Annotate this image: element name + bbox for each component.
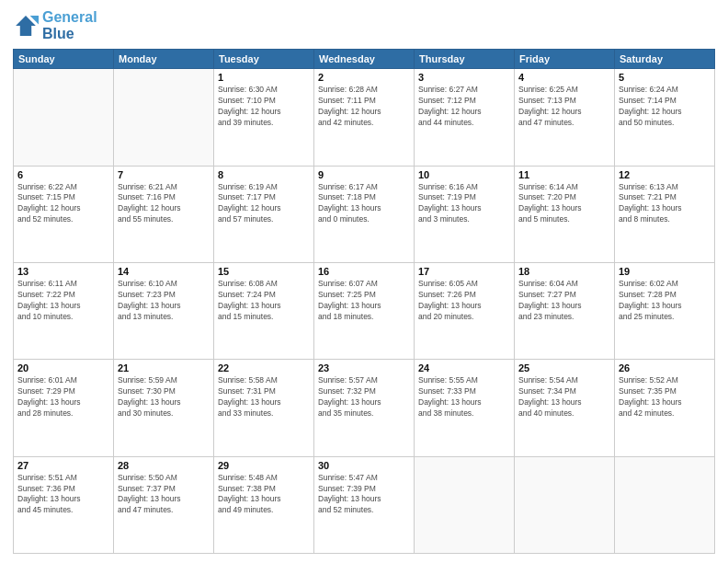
- day-info: Sunrise: 6:21 AM Sunset: 7:16 PM Dayligh…: [118, 182, 210, 226]
- day-info: Sunrise: 6:11 AM Sunset: 7:22 PM Dayligh…: [17, 279, 109, 323]
- calendar-cell: [615, 456, 715, 553]
- day-number: 30: [318, 460, 410, 471]
- day-number: 7: [118, 169, 210, 180]
- logo: General Blue: [13, 9, 97, 41]
- calendar-cell: 27Sunrise: 5:51 AM Sunset: 7:36 PM Dayli…: [14, 456, 114, 553]
- header: General Blue: [13, 9, 715, 41]
- day-number: 28: [118, 460, 210, 471]
- day-info: Sunrise: 6:16 AM Sunset: 7:19 PM Dayligh…: [418, 182, 510, 226]
- day-info: Sunrise: 6:10 AM Sunset: 7:23 PM Dayligh…: [118, 279, 210, 323]
- day-info: Sunrise: 5:48 AM Sunset: 7:38 PM Dayligh…: [218, 473, 310, 517]
- day-info: Sunrise: 5:47 AM Sunset: 7:39 PM Dayligh…: [318, 473, 410, 517]
- calendar-cell: 29Sunrise: 5:48 AM Sunset: 7:38 PM Dayli…: [214, 456, 314, 553]
- calendar-cell: 15Sunrise: 6:08 AM Sunset: 7:24 PM Dayli…: [214, 262, 314, 359]
- day-number: 24: [418, 362, 510, 373]
- day-number: 21: [118, 362, 210, 373]
- week-row-4: 27Sunrise: 5:51 AM Sunset: 7:36 PM Dayli…: [14, 456, 715, 553]
- day-info: Sunrise: 5:51 AM Sunset: 7:36 PM Dayligh…: [17, 473, 109, 517]
- day-number: 6: [17, 169, 109, 180]
- calendar-cell: 28Sunrise: 5:50 AM Sunset: 7:37 PM Dayli…: [114, 456, 214, 553]
- week-row-0: 1Sunrise: 6:30 AM Sunset: 7:10 PM Daylig…: [14, 69, 715, 166]
- day-number: 20: [17, 362, 109, 373]
- weekday-header-sunday: Sunday: [14, 50, 114, 69]
- calendar-cell: 12Sunrise: 6:13 AM Sunset: 7:21 PM Dayli…: [615, 166, 715, 262]
- calendar-cell: 5Sunrise: 6:24 AM Sunset: 7:14 PM Daylig…: [615, 69, 715, 166]
- day-info: Sunrise: 6:14 AM Sunset: 7:20 PM Dayligh…: [518, 182, 610, 226]
- calendar-cell: 10Sunrise: 6:16 AM Sunset: 7:19 PM Dayli…: [415, 166, 515, 262]
- day-info: Sunrise: 5:58 AM Sunset: 7:31 PM Dayligh…: [218, 375, 310, 419]
- day-number: 29: [218, 460, 310, 471]
- day-number: 15: [218, 266, 310, 277]
- calendar-cell: 11Sunrise: 6:14 AM Sunset: 7:20 PM Dayli…: [515, 166, 615, 262]
- weekday-header-monday: Monday: [114, 50, 214, 69]
- day-number: 25: [518, 362, 610, 373]
- day-number: 13: [17, 266, 109, 277]
- calendar-table: SundayMondayTuesdayWednesdayThursdayFrid…: [13, 49, 715, 554]
- calendar-cell: 6Sunrise: 6:22 AM Sunset: 7:15 PM Daylig…: [14, 166, 114, 262]
- calendar-cell: 9Sunrise: 6:17 AM Sunset: 7:18 PM Daylig…: [314, 166, 415, 262]
- day-number: 18: [518, 266, 610, 277]
- calendar-cell: 14Sunrise: 6:10 AM Sunset: 7:23 PM Dayli…: [114, 262, 214, 359]
- day-info: Sunrise: 5:59 AM Sunset: 7:30 PM Dayligh…: [118, 375, 210, 419]
- weekday-header-saturday: Saturday: [615, 50, 715, 69]
- day-info: Sunrise: 6:27 AM Sunset: 7:12 PM Dayligh…: [418, 85, 510, 129]
- day-number: 5: [619, 72, 711, 83]
- calendar-cell: 21Sunrise: 5:59 AM Sunset: 7:30 PM Dayli…: [114, 360, 214, 456]
- day-info: Sunrise: 5:52 AM Sunset: 7:35 PM Dayligh…: [619, 375, 711, 419]
- day-info: Sunrise: 6:04 AM Sunset: 7:27 PM Dayligh…: [518, 279, 610, 323]
- day-number: 16: [318, 266, 410, 277]
- day-number: 10: [418, 169, 510, 180]
- calendar-cell: 2Sunrise: 6:28 AM Sunset: 7:11 PM Daylig…: [314, 69, 415, 166]
- calendar-cell: [114, 69, 214, 166]
- weekday-header-friday: Friday: [515, 50, 615, 69]
- day-info: Sunrise: 6:05 AM Sunset: 7:26 PM Dayligh…: [418, 279, 510, 323]
- calendar-cell: 16Sunrise: 6:07 AM Sunset: 7:25 PM Dayli…: [314, 262, 415, 359]
- day-info: Sunrise: 6:19 AM Sunset: 7:17 PM Dayligh…: [218, 182, 310, 226]
- calendar-cell: 22Sunrise: 5:58 AM Sunset: 7:31 PM Dayli…: [214, 360, 314, 456]
- calendar-cell: 23Sunrise: 5:57 AM Sunset: 7:32 PM Dayli…: [314, 360, 415, 456]
- calendar-cell: 24Sunrise: 5:55 AM Sunset: 7:33 PM Dayli…: [415, 360, 515, 456]
- calendar-cell: 20Sunrise: 6:01 AM Sunset: 7:29 PM Dayli…: [14, 360, 114, 456]
- weekday-header-thursday: Thursday: [415, 50, 515, 69]
- day-number: 27: [17, 460, 109, 471]
- calendar-cell: 13Sunrise: 6:11 AM Sunset: 7:22 PM Dayli…: [14, 262, 114, 359]
- svg-marker-0: [16, 16, 36, 36]
- day-info: Sunrise: 5:50 AM Sunset: 7:37 PM Dayligh…: [118, 473, 210, 517]
- day-info: Sunrise: 6:01 AM Sunset: 7:29 PM Dayligh…: [17, 375, 109, 419]
- day-number: 9: [318, 169, 410, 180]
- calendar-cell: 18Sunrise: 6:04 AM Sunset: 7:27 PM Dayli…: [515, 262, 615, 359]
- calendar-cell: [415, 456, 515, 553]
- day-number: 23: [318, 362, 410, 373]
- day-info: Sunrise: 6:08 AM Sunset: 7:24 PM Dayligh…: [218, 279, 310, 323]
- day-info: Sunrise: 6:13 AM Sunset: 7:21 PM Dayligh…: [619, 182, 711, 226]
- logo-text: General Blue: [42, 9, 97, 41]
- day-info: Sunrise: 6:07 AM Sunset: 7:25 PM Dayligh…: [318, 279, 410, 323]
- day-info: Sunrise: 5:55 AM Sunset: 7:33 PM Dayligh…: [418, 375, 510, 419]
- page: General Blue SundayMondayTuesdayWednesda…: [0, 0, 728, 563]
- day-info: Sunrise: 6:25 AM Sunset: 7:13 PM Dayligh…: [518, 85, 610, 129]
- day-number: 12: [619, 169, 711, 180]
- calendar-cell: 4Sunrise: 6:25 AM Sunset: 7:13 PM Daylig…: [515, 69, 615, 166]
- day-number: 4: [518, 72, 610, 83]
- weekday-header-row: SundayMondayTuesdayWednesdayThursdayFrid…: [14, 50, 715, 69]
- day-number: 17: [418, 266, 510, 277]
- day-number: 14: [118, 266, 210, 277]
- day-info: Sunrise: 6:22 AM Sunset: 7:15 PM Dayligh…: [17, 182, 109, 226]
- day-number: 8: [218, 169, 310, 180]
- week-row-3: 20Sunrise: 6:01 AM Sunset: 7:29 PM Dayli…: [14, 360, 715, 456]
- calendar-cell: 1Sunrise: 6:30 AM Sunset: 7:10 PM Daylig…: [214, 69, 314, 166]
- day-info: Sunrise: 6:28 AM Sunset: 7:11 PM Dayligh…: [318, 85, 410, 129]
- day-info: Sunrise: 5:54 AM Sunset: 7:34 PM Dayligh…: [518, 375, 610, 419]
- week-row-2: 13Sunrise: 6:11 AM Sunset: 7:22 PM Dayli…: [14, 262, 715, 359]
- calendar-cell: 7Sunrise: 6:21 AM Sunset: 7:16 PM Daylig…: [114, 166, 214, 262]
- day-number: 22: [218, 362, 310, 373]
- logo-icon: [13, 13, 39, 39]
- weekday-header-tuesday: Tuesday: [214, 50, 314, 69]
- day-info: Sunrise: 6:02 AM Sunset: 7:28 PM Dayligh…: [619, 279, 711, 323]
- calendar-cell: 17Sunrise: 6:05 AM Sunset: 7:26 PM Dayli…: [415, 262, 515, 359]
- day-number: 19: [619, 266, 711, 277]
- day-info: Sunrise: 6:17 AM Sunset: 7:18 PM Dayligh…: [318, 182, 410, 226]
- calendar-cell: 25Sunrise: 5:54 AM Sunset: 7:34 PM Dayli…: [515, 360, 615, 456]
- day-info: Sunrise: 6:30 AM Sunset: 7:10 PM Dayligh…: [218, 85, 310, 129]
- calendar-cell: 3Sunrise: 6:27 AM Sunset: 7:12 PM Daylig…: [415, 69, 515, 166]
